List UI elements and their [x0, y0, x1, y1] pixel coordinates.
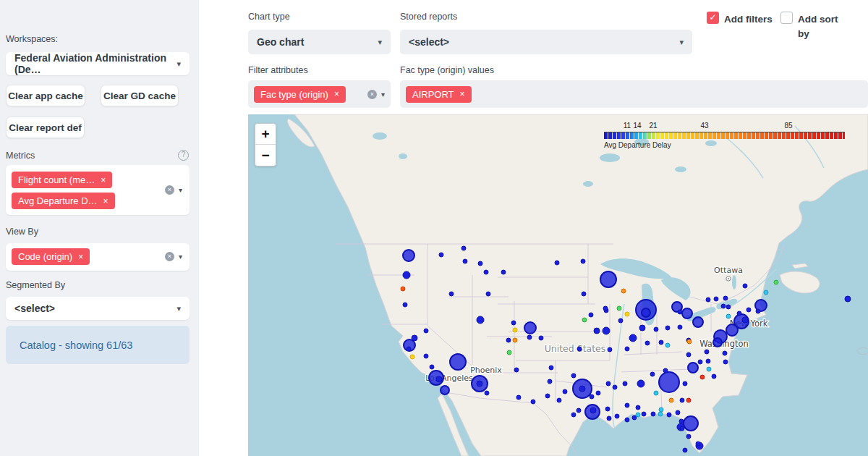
- chart-type-select[interactable]: Geo chart ▾: [248, 30, 391, 54]
- map-data-marker[interactable]: [576, 408, 581, 413]
- map-data-marker[interactable]: [658, 412, 663, 416]
- map-data-marker[interactable]: [639, 325, 645, 331]
- map-data-marker[interactable]: [721, 304, 726, 308]
- map-data-marker[interactable]: [665, 326, 670, 330]
- map-data-marker[interactable]: [684, 416, 698, 431]
- remove-chip-icon[interactable]: ×: [460, 89, 465, 99]
- map-data-marker[interactable]: [651, 412, 655, 416]
- map-data-marker[interactable]: [726, 314, 731, 318]
- map-data-marker[interactable]: [682, 308, 692, 318]
- remove-chip-icon[interactable]: ×: [103, 196, 109, 206]
- map-data-marker[interactable]: [659, 408, 663, 412]
- map-data-marker[interactable]: [439, 253, 443, 257]
- map-data-marker[interactable]: [581, 259, 585, 263]
- view-by-picker[interactable]: Code (origin) × × ▾: [6, 243, 190, 271]
- map-data-marker[interactable]: [424, 329, 428, 333]
- map-data-marker[interactable]: [618, 318, 623, 323]
- map-data-marker[interactable]: [845, 296, 851, 302]
- fac-values-picker[interactable]: AIRPORT ×: [400, 80, 868, 108]
- map-data-marker[interactable]: [606, 381, 610, 386]
- map-data-marker[interactable]: [485, 391, 489, 395]
- stored-reports-select[interactable]: <select> ▾: [400, 30, 692, 54]
- clear-gd-cache-button[interactable]: Clear GD cache: [101, 85, 179, 106]
- remove-chip-icon[interactable]: ×: [101, 175, 106, 185]
- clear-all-icon[interactable]: ×: [165, 252, 174, 261]
- map-data-marker[interactable]: [403, 271, 410, 279]
- map-data-marker[interactable]: [746, 308, 751, 312]
- view-by-chip[interactable]: Code (origin) ×: [12, 248, 90, 265]
- map-data-marker[interactable]: [514, 368, 519, 372]
- map-data-marker[interactable]: [713, 338, 722, 347]
- metrics-picker[interactable]: Flight count (me… × Avg Departure D… × ×…: [6, 165, 190, 215]
- map-data-marker[interactable]: [642, 308, 650, 317]
- map-data-marker[interactable]: [484, 270, 488, 274]
- map-data-marker[interactable]: [577, 347, 582, 351]
- help-icon[interactable]: ?: [178, 150, 189, 161]
- map-data-marker[interactable]: [511, 321, 516, 325]
- map-data-marker[interactable]: [548, 379, 552, 384]
- map-data-marker[interactable]: [625, 418, 629, 422]
- map-data-marker[interactable]: [680, 398, 684, 402]
- chevron-down-icon[interactable]: ▾: [381, 90, 385, 98]
- map-data-marker[interactable]: [608, 347, 612, 352]
- map-data-marker[interactable]: [603, 306, 608, 311]
- map-data-marker[interactable]: [714, 297, 718, 301]
- map-data-marker[interactable]: [596, 391, 600, 395]
- map-data-marker[interactable]: [688, 363, 698, 373]
- map-data-marker[interactable]: [524, 322, 536, 334]
- map-data-marker[interactable]: [527, 335, 532, 339]
- map-data-marker[interactable]: [590, 408, 596, 413]
- map-data-marker[interactable]: [706, 359, 710, 363]
- map-data-marker[interactable]: [613, 385, 617, 389]
- clear-app-cache-button[interactable]: Clear app cache: [6, 85, 85, 106]
- map-data-marker[interactable]: [600, 271, 616, 287]
- metric-chip[interactable]: Avg Departure D… ×: [12, 193, 115, 209]
- map-data-marker[interactable]: [723, 351, 727, 355]
- map-data-marker[interactable]: [678, 310, 682, 314]
- map-data-marker[interactable]: [659, 372, 679, 392]
- map-data-marker[interactable]: [410, 355, 414, 359]
- map-data-marker[interactable]: [430, 365, 434, 369]
- map-data-marker[interactable]: [723, 360, 728, 364]
- map-data-marker[interactable]: [450, 354, 466, 370]
- geo-chart-map[interactable]: OttawaNew YorkWashingtonUnited StatesLos…: [248, 114, 868, 456]
- map-data-marker[interactable]: [650, 372, 655, 376]
- map-data-marker[interactable]: [412, 335, 417, 341]
- map-data-marker[interactable]: [659, 340, 663, 345]
- filter-attributes-picker[interactable]: Fac type (origin) × × ▾: [248, 80, 391, 108]
- map-data-marker[interactable]: [707, 367, 711, 371]
- map-data-marker[interactable]: [486, 292, 490, 296]
- map-data-marker[interactable]: [461, 246, 466, 250]
- map-data-marker[interactable]: [424, 354, 428, 358]
- map-data-marker[interactable]: [513, 338, 517, 342]
- clear-all-icon[interactable]: ×: [165, 185, 174, 195]
- map-canvas[interactable]: OttawaNew YorkWashingtonUnited StatesLos…: [248, 114, 868, 456]
- map-data-marker[interactable]: [669, 398, 673, 402]
- map-data-marker[interactable]: [401, 287, 405, 291]
- map-data-marker[interactable]: [507, 350, 511, 355]
- map-data-marker[interactable]: [686, 398, 691, 402]
- map-data-marker[interactable]: [636, 413, 640, 417]
- map-data-marker[interactable]: [712, 374, 716, 379]
- map-data-marker[interactable]: [582, 292, 586, 296]
- map-data-marker[interactable]: [441, 386, 449, 394]
- map-data-marker[interactable]: [764, 290, 768, 295]
- map-data-marker[interactable]: [678, 325, 682, 329]
- map-data-marker[interactable]: [756, 309, 760, 313]
- add-filters-checkbox[interactable]: ✓: [707, 12, 719, 24]
- map-data-marker[interactable]: [705, 350, 709, 354]
- map-data-marker[interactable]: [557, 398, 561, 402]
- map-data-marker[interactable]: [625, 347, 629, 351]
- map-data-marker[interactable]: [676, 410, 680, 415]
- zoom-out-button[interactable]: −: [255, 145, 276, 166]
- fac-value-chip[interactable]: AIRPORT ×: [406, 86, 472, 103]
- map-data-marker[interactable]: [617, 306, 621, 311]
- map-data-marker[interactable]: [506, 338, 511, 342]
- map-data-marker[interactable]: [742, 317, 748, 323]
- map-data-marker[interactable]: [531, 400, 535, 404]
- map-data-marker[interactable]: [478, 261, 482, 266]
- map-data-marker[interactable]: [654, 391, 658, 395]
- map-data-marker[interactable]: [513, 328, 517, 332]
- segmented-by-select[interactable]: <select> ▾: [6, 297, 190, 320]
- map-data-marker[interactable]: [563, 389, 567, 394]
